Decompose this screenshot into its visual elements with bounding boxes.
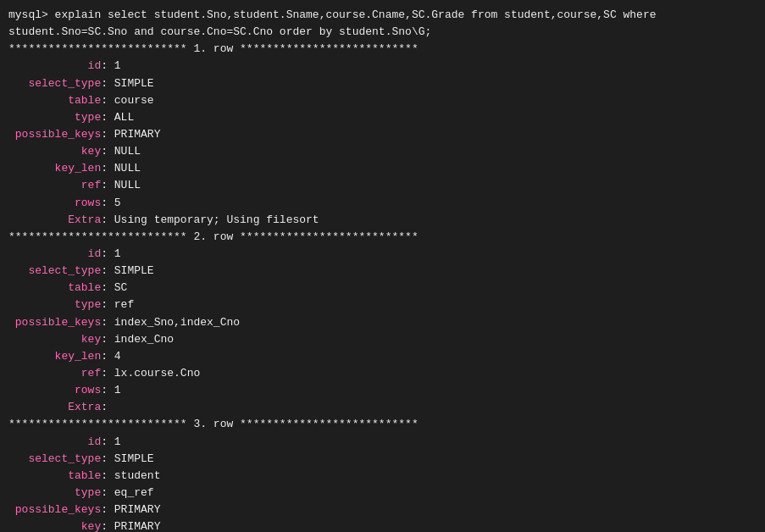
- command-line-2: student.Sno=SC.Sno and course.Cno=SC.Cno…: [8, 24, 757, 41]
- field-type-3: type: eq_ref: [8, 485, 757, 502]
- field-select-type-2: select_type: SIMPLE: [8, 263, 757, 280]
- command-text-2: student.Sno=SC.Sno and course.Cno=SC.Cno…: [8, 25, 431, 38]
- row-separator-3: *************************** 3. row *****…: [8, 416, 757, 433]
- field-extra-1: Extra: Using temporary; Using filesort: [8, 212, 757, 229]
- field-table-1: table: course: [8, 92, 757, 109]
- field-table-3: table: student: [8, 468, 757, 485]
- row-separator-2: *************************** 2. row *****…: [8, 229, 757, 246]
- field-key-len-2: key_len: 4: [8, 348, 757, 365]
- command-line-1: mysql> explain select student.Sno,studen…: [8, 7, 757, 24]
- prompt: mysql>: [8, 8, 55, 21]
- row-separator-1: *************************** 1. row *****…: [8, 41, 757, 58]
- command-text: explain select student.Sno,student.Sname…: [55, 8, 657, 21]
- field-possible-keys-2: possible_keys: index_Sno,index_Cno: [8, 314, 757, 331]
- field-key-2: key: index_Cno: [8, 331, 757, 348]
- field-key-len-1: key_len: NULL: [8, 160, 757, 177]
- field-type-1: type: ALL: [8, 109, 757, 126]
- field-possible-keys-3: possible_keys: PRIMARY: [8, 502, 757, 518]
- field-ref-2: ref: lx.course.Cno: [8, 365, 757, 382]
- field-select-type-1: select_type: SIMPLE: [8, 75, 757, 92]
- field-possible-keys-1: possible_keys: PRIMARY: [8, 126, 757, 143]
- field-key-1: key: NULL: [8, 143, 757, 160]
- field-rows-2: rows: 1: [8, 382, 757, 399]
- field-type-2: type: ref: [8, 296, 757, 313]
- terminal: mysql> explain select student.Sno,studen…: [0, 0, 765, 532]
- field-id-1: id: 1: [8, 58, 757, 75]
- field-key-3: key: PRIMARY: [8, 518, 757, 532]
- field-extra-2: Extra:: [8, 399, 757, 416]
- field-select-type-3: select_type: SIMPLE: [8, 451, 757, 468]
- field-id-2: id: 1: [8, 246, 757, 263]
- field-ref-1: ref: NULL: [8, 177, 757, 194]
- field-id-3: id: 1: [8, 434, 757, 451]
- field-rows-1: rows: 5: [8, 195, 757, 212]
- field-table-2: table: SC: [8, 280, 757, 296]
